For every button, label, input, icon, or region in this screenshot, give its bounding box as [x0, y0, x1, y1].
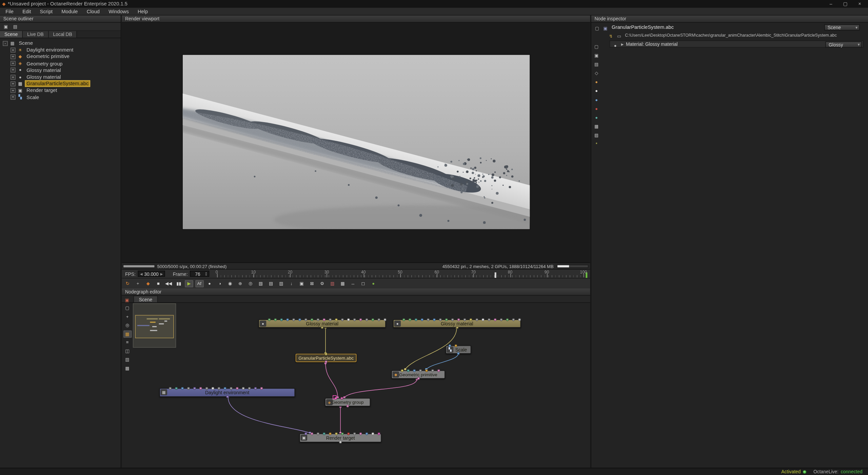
- tree-item-geometry-group[interactable]: + ◈ Geometry group: [0, 60, 121, 67]
- minimize-button[interactable]: –: [824, 0, 838, 8]
- tree-expander[interactable]: +: [11, 61, 16, 66]
- tree-item-glossy-material-2[interactable]: + ● Glossy material: [0, 74, 121, 80]
- node-pin[interactable]: [407, 369, 410, 372]
- insp-image-icon[interactable]: ▨: [592, 132, 600, 139]
- material-ball-icon[interactable]: ●: [611, 42, 619, 49]
- tree-item-scene[interactable]: - ▦ Scene: [0, 40, 121, 46]
- nodegraph-canvas[interactable]: ▢+◎▦≡◫▥▩ ● Glossy material ●: [122, 303, 590, 468]
- node-pin[interactable]: [347, 432, 350, 435]
- menu-cloud[interactable]: Cloud: [82, 8, 104, 14]
- node-pin[interactable]: [341, 432, 344, 435]
- tree-item-glossy-material-1[interactable]: + ● Glossy material: [0, 67, 121, 74]
- subsampling-icon[interactable]: ◑: [216, 280, 224, 287]
- rgb-channels-icon[interactable]: ▥: [328, 280, 336, 287]
- render-viewport[interactable]: [122, 23, 590, 263]
- node-pin[interactable]: [304, 432, 307, 435]
- node-pin[interactable]: [329, 432, 332, 435]
- node-pin[interactable]: [372, 432, 374, 435]
- node-output-pin[interactable]: [226, 395, 229, 398]
- tree-expander[interactable]: +: [11, 75, 16, 80]
- node-output-pin[interactable]: [339, 441, 342, 443]
- node-granular-particle-system[interactable]: GranularParticleSystem.abc: [296, 354, 357, 362]
- camera-lock-icon[interactable]: ⊠: [308, 280, 316, 287]
- ng-snapshot-icon[interactable]: ▥: [123, 356, 131, 363]
- skip-to-start-icon[interactable]: ◀◀: [164, 280, 173, 287]
- node-pin[interactable]: [431, 369, 434, 372]
- tree-item-render-target[interactable]: + ▣ Render target: [0, 87, 121, 94]
- fps-stepper[interactable]: ◀ 30.000 ▶: [138, 271, 165, 277]
- close-button[interactable]: ×: [852, 0, 867, 8]
- menu-edit[interactable]: Edit: [18, 8, 35, 14]
- node-pin[interactable]: [181, 387, 184, 390]
- node-pin[interactable]: [175, 387, 178, 390]
- focus-picker-icon[interactable]: ⊕: [236, 280, 244, 287]
- layers-icon[interactable]: ▤: [11, 23, 19, 30]
- save-image-icon[interactable]: ↓: [287, 280, 295, 287]
- ng-group-icon[interactable]: ◫: [123, 347, 131, 355]
- insp-camera-icon[interactable]: ▣: [592, 52, 600, 59]
- stop-render-icon[interactable]: ■: [154, 280, 162, 287]
- tree-expander[interactable]: +: [11, 48, 16, 53]
- node-pin[interactable]: [325, 353, 328, 355]
- tree-expander[interactable]: +: [11, 68, 16, 73]
- render-priority-icon[interactable]: ◆: [144, 280, 152, 287]
- copy-image-icon[interactable]: ▥: [277, 280, 285, 287]
- tree-expander[interactable]: +: [11, 95, 16, 100]
- fit-view-icon[interactable]: ◻: [359, 280, 367, 287]
- menu-file[interactable]: File: [1, 8, 18, 14]
- node-pin[interactable]: [242, 387, 244, 390]
- white-balance-picker-icon[interactable]: ◎: [246, 280, 255, 287]
- node-output-pin[interactable]: [456, 326, 458, 329]
- timeline-playhead[interactable]: [495, 272, 496, 278]
- octane-live-icon[interactable]: ●: [369, 280, 377, 287]
- node-pin[interactable]: [248, 387, 251, 390]
- node-render-target[interactable]: ▣ Render target: [299, 434, 381, 442]
- node-glossy-material-1[interactable]: ● Glossy material: [258, 319, 386, 327]
- clipboard-icon[interactable]: ▣: [298, 280, 306, 287]
- tree-expander[interactable]: +: [11, 88, 16, 93]
- frame-field[interactable]: 76 ▲ ▼: [190, 271, 209, 277]
- film-region-icon[interactable]: ▤: [267, 280, 275, 287]
- tree-item-daylight-environment[interactable]: + ☀ Daylight environment: [0, 46, 121, 53]
- tree-item-scale[interactable]: + ▚ Scale: [0, 94, 121, 101]
- node-pin[interactable]: [205, 387, 208, 390]
- node-pin[interactable]: [359, 432, 362, 435]
- background-toggle-icon[interactable]: ▦: [338, 280, 347, 287]
- node-pin[interactable]: [419, 369, 422, 372]
- fps-value[interactable]: 30.000: [144, 271, 158, 277]
- region-render-icon[interactable]: ▧: [257, 280, 265, 287]
- render-layer-icon[interactable]: ●: [205, 280, 214, 287]
- insp-texture-icon[interactable]: ▦: [592, 123, 600, 130]
- node-daylight-environment[interactable]: ▦ Daylight environment: [159, 388, 295, 397]
- node-output-pin[interactable]: [325, 360, 328, 363]
- node-pin[interactable]: [187, 387, 190, 390]
- ng-zoom-icon[interactable]: ◎: [123, 322, 131, 329]
- ng-settings-icon[interactable]: ▩: [123, 364, 131, 372]
- node-pin[interactable]: [425, 369, 428, 372]
- tab-scene[interactable]: Scene: [0, 31, 23, 38]
- node-pin[interactable]: [260, 387, 263, 390]
- recenter-view-icon[interactable]: +: [134, 280, 142, 287]
- node-geometric-primitive[interactable]: ◆ Geometric primitive: [391, 370, 445, 379]
- ng-minimap-icon[interactable]: ▦: [123, 330, 131, 337]
- insp-light-icon[interactable]: ●: [592, 88, 600, 95]
- menu-windows[interactable]: Windows: [104, 8, 133, 14]
- insp-film-icon[interactable]: ▤: [592, 61, 600, 68]
- ng-pan-icon[interactable]: +: [123, 313, 131, 320]
- material-picker-icon[interactable]: ◉: [226, 280, 234, 287]
- node-pin[interactable]: [401, 369, 403, 372]
- expand-arrow-icon[interactable]: ▶: [621, 42, 624, 46]
- insp-node-icon[interactable]: ▢: [592, 43, 600, 50]
- alembic-file-path[interactable]: C:\Users\Lee\Desktop\OctaneSTORM\caches\…: [625, 32, 837, 37]
- tree-item-granular-particle-system[interactable]: + ▩ GranularParticleSystem.abc: [0, 80, 121, 87]
- node-scale[interactable]: ▚ Scale: [446, 345, 471, 354]
- menu-module[interactable]: Module: [57, 8, 82, 14]
- node-pin[interactable]: [230, 387, 233, 390]
- material-type-dropdown[interactable]: Glossy: [825, 41, 862, 48]
- node-pin[interactable]: [353, 432, 356, 435]
- node-pin[interactable]: [224, 387, 226, 390]
- timeline-ruler[interactable]: 0102030405060708090100: [217, 270, 584, 278]
- pan-mode-icon[interactable]: ↔: [349, 280, 357, 287]
- fps-decrement-icon[interactable]: ◀: [140, 272, 143, 276]
- save-icon[interactable]: ▣: [2, 23, 10, 30]
